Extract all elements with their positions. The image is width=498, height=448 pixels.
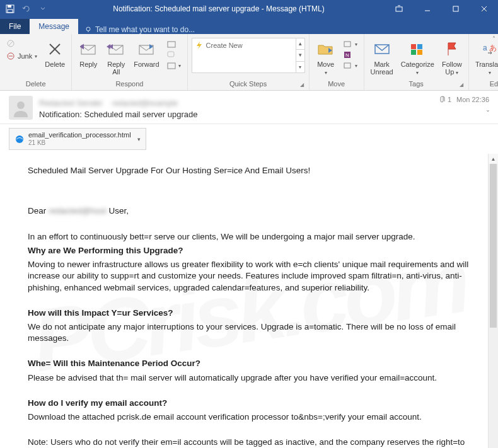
rules-button[interactable]: ▾ (341, 39, 360, 49)
forward-label: Forward (134, 60, 159, 68)
svg-rect-1 (8, 5, 11, 8)
move-group-label: Move (313, 79, 360, 89)
body-h4: How do I verify my email account? (28, 398, 167, 408)
quicksteps-up[interactable]: ▲ (296, 38, 304, 50)
ignore-button[interactable] (4, 38, 40, 49)
svg-text:N: N (345, 52, 349, 58)
categorize-icon (407, 39, 427, 59)
ribbon-options-button[interactable] (385, 0, 413, 18)
delete-button[interactable]: Delete (42, 38, 67, 69)
meeting-button[interactable] (165, 39, 183, 49)
more-respond-button[interactable]: ▾ (165, 60, 183, 71)
tell-me-label: Tell me what you want to do... (95, 25, 195, 34)
reply-icon (78, 39, 98, 59)
attachment-item[interactable]: email_verification_processor.html 21 KB … (9, 128, 146, 150)
tags-launcher[interactable]: ◢ (460, 82, 463, 88)
delete-group-label: Delete (4, 79, 67, 89)
categorize-button[interactable]: Categorize▾ (398, 38, 437, 78)
reply-all-button[interactable]: Reply All (103, 38, 129, 77)
quicksteps-group-label: Quick Steps (229, 80, 267, 88)
body-h1: Why are We Performing this Upgrade? (28, 246, 183, 255)
svg-rect-22 (344, 42, 350, 47)
attachment-name: email_verification_processor.html (28, 131, 131, 139)
svg-rect-2 (8, 9, 13, 13)
forward-button[interactable]: Forward (131, 38, 161, 69)
flag-icon (442, 39, 462, 59)
vertical-scrollbar[interactable]: ▲ ▼ (488, 154, 498, 448)
quicksteps-down[interactable]: ▼ (296, 50, 304, 61)
tab-message[interactable]: Message (30, 19, 78, 34)
scroll-thumb[interactable] (490, 164, 497, 328)
message-timestamp: Mon 22:36 (456, 96, 489, 103)
delete-icon (45, 39, 65, 59)
undo-button[interactable] (19, 1, 34, 16)
svg-rect-28 (417, 44, 422, 49)
qat-dropdown[interactable] (35, 1, 50, 16)
more-icon (167, 62, 176, 69)
svg-rect-21 (168, 63, 175, 69)
edge-icon (14, 134, 25, 144)
body-p2: Moving to newer infrastructure allows us… (28, 259, 470, 294)
sender-avatar (9, 96, 33, 120)
svg-text:あ: あ (489, 43, 497, 52)
follow-up-button[interactable]: Follow Up ▾ (439, 38, 465, 78)
svg-point-39 (16, 135, 23, 143)
group-tags: Mark Unread Categorize▾ Follow Up ▾ Tags… (364, 34, 469, 90)
quicksteps-more[interactable]: ▾ (296, 62, 304, 72)
svg-point-8 (86, 27, 90, 31)
onenote-button[interactable]: N (341, 50, 360, 60)
svg-rect-30 (417, 50, 422, 55)
reply-button[interactable]: Reply (76, 38, 101, 69)
save-button[interactable] (3, 1, 18, 16)
rules-icon (344, 40, 352, 48)
onenote-icon: N (344, 51, 352, 59)
group-move: Move▾ ▾ N ▾ Move (310, 34, 364, 90)
ribbon-tabs: File Message Tell me what you want to do… (0, 18, 498, 34)
group-editing: aあ Translate▾ ▾ ▾ Editing (469, 34, 498, 90)
attachment-count: 1 (448, 96, 451, 103)
header-reply-button[interactable]: ˇ (487, 110, 489, 118)
body-p6: Note: Users who do not verify their em=i… (28, 437, 470, 448)
tell-me-search[interactable]: Tell me what you want to do... (78, 25, 201, 34)
editing-group-label: Editing (473, 79, 498, 89)
quicksteps-gallery[interactable]: Create New ▲ ▼ ▾ (192, 38, 305, 73)
respond-group-label: Respond (76, 79, 183, 89)
attachment-dropdown[interactable]: ▾ (135, 136, 141, 142)
translate-button[interactable]: aあ Translate▾ (473, 38, 498, 78)
close-button[interactable] (470, 0, 498, 18)
svg-text:a: a (483, 43, 487, 52)
im-button[interactable] (165, 50, 183, 60)
attachment-size: 21 KB (28, 139, 131, 147)
sender-email: redacted@example (112, 99, 178, 108)
reply-all-label: Reply All (107, 60, 125, 76)
tab-file[interactable]: File (0, 19, 30, 34)
reply-label: Reply (79, 60, 97, 68)
junk-label: Junk (18, 52, 32, 60)
attachment-indicator: 1 (440, 96, 451, 103)
message-body: Scheduled Mail Server Upgrade For Our Ho… (0, 154, 498, 448)
svg-rect-29 (411, 50, 416, 55)
group-delete: Junk ▾ Delete Delete (0, 34, 72, 90)
body-headline: Scheduled Mail Server Upgrade For Our Ho… (28, 165, 470, 176)
group-quicksteps: Create New ▲ ▼ ▾ Quick Steps◢ (188, 34, 310, 90)
scroll-up-button[interactable]: ▲ (489, 154, 498, 164)
minimize-button[interactable] (413, 0, 441, 18)
lightning-icon (195, 41, 204, 50)
actions-button[interactable]: ▾ (341, 60, 360, 71)
message-header: Redacted Sender redacted@example Notific… (0, 91, 498, 124)
ignore-icon (6, 39, 15, 48)
junk-icon (6, 52, 15, 60)
quick-access-toolbar (0, 1, 53, 16)
junk-button[interactable]: Junk ▾ (4, 50, 40, 62)
attachment-bar: email_verification_processor.html 21 KB … (0, 124, 498, 154)
actions-icon (344, 62, 352, 69)
follow-up-label: Follow Up (442, 60, 462, 76)
mark-unread-button[interactable]: Mark Unread (368, 38, 396, 77)
quicksteps-launcher[interactable]: ◢ (300, 82, 304, 88)
svg-rect-27 (411, 44, 416, 49)
collapse-ribbon-button[interactable]: ˄ (492, 35, 495, 42)
move-button[interactable]: Move▾ (313, 38, 339, 78)
window-title: Notification: Scheduled mail server upgr… (53, 4, 385, 13)
maximize-button[interactable] (441, 0, 470, 18)
body-greeting: Dear redacted@host User, (28, 205, 470, 217)
